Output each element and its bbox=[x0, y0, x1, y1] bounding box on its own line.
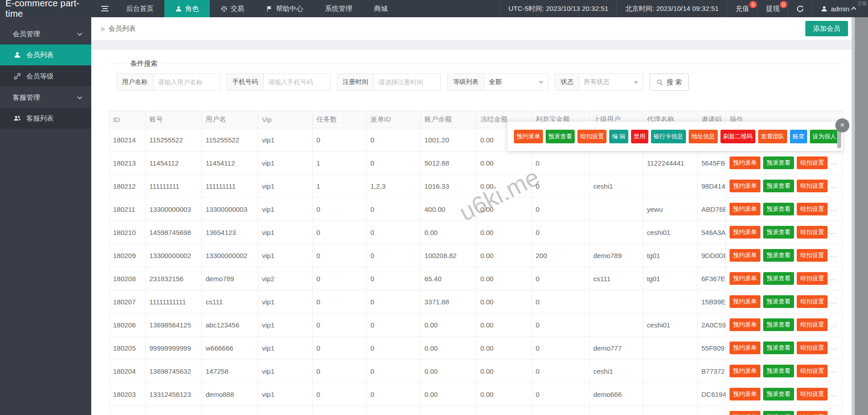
row-action-button[interactable]: 预派查看 bbox=[763, 249, 794, 262]
more-actions-button[interactable]: ... bbox=[830, 413, 837, 415]
recharge-link[interactable]: 充值 0 bbox=[727, 0, 757, 17]
row-action-button[interactable]: 预派查看 bbox=[763, 318, 794, 331]
nav-item-5[interactable]: 商城 bbox=[363, 0, 399, 17]
more-actions-button[interactable]: ... bbox=[830, 344, 837, 351]
sidebar-group-label: 客服管理 bbox=[13, 93, 40, 102]
more-actions-button[interactable]: ... bbox=[830, 251, 837, 259]
row-action-button[interactable]: 暗扣设置 bbox=[797, 388, 828, 400]
nav-item-label: 后台首页 bbox=[126, 5, 153, 13]
row-action-button[interactable]: 预约派单 bbox=[730, 342, 760, 354]
more-actions-button[interactable]: ... bbox=[830, 390, 837, 397]
row-action-button[interactable]: 预派查看 bbox=[763, 272, 794, 285]
filter-input-1[interactable] bbox=[263, 73, 330, 91]
row-action-button[interactable]: 预约派单 bbox=[730, 203, 760, 215]
search-button[interactable]: 搜 索 bbox=[650, 73, 689, 91]
member-table-wrap: ID账号用户名Vip任务数派单ID账户余额冻结金额利息宝金额上级用户代理名称邀请… bbox=[109, 111, 842, 415]
row-action-button[interactable]: 预派查看 bbox=[763, 295, 794, 308]
row-action-button[interactable]: 预约派单 bbox=[730, 295, 760, 308]
row-action-button[interactable]: 预约派单 bbox=[730, 226, 760, 239]
more-actions-button[interactable]: ... bbox=[830, 205, 837, 212]
cell-interest: 0 bbox=[532, 406, 590, 415]
popup-action-button[interactable]: 银行卡信息 bbox=[651, 130, 686, 143]
more-actions-button[interactable]: ... bbox=[830, 298, 837, 305]
more-actions-button[interactable]: ... bbox=[830, 274, 837, 282]
add-member-button[interactable]: 添加会员 bbox=[805, 21, 848, 36]
row-action-button[interactable]: 预约派单 bbox=[730, 156, 760, 169]
cell-tasks: 0 bbox=[313, 313, 367, 337]
row-action-button[interactable]: 预派查看 bbox=[763, 203, 794, 215]
row-action-button[interactable]: 暗扣设置 bbox=[797, 180, 828, 192]
cell-agent: 1122244441 bbox=[643, 151, 698, 175]
popup-action-button[interactable]: 预派查看 bbox=[546, 130, 575, 143]
popup-action-button[interactable]: 禁用 bbox=[631, 130, 648, 143]
sidebar-item-0-1[interactable]: 会员等级 bbox=[0, 66, 91, 87]
close-icon[interactable]: × bbox=[835, 118, 849, 132]
row-action-button[interactable]: 预派查看 bbox=[763, 411, 794, 415]
nav-item-3[interactable]: 帮助中心 bbox=[255, 0, 314, 17]
filter-select-4[interactable]: 所有状态 bbox=[579, 73, 643, 91]
popup-action-button[interactable]: 刷新二维码 bbox=[720, 130, 755, 143]
filter-label: 注册时间 bbox=[337, 73, 374, 91]
filter-select-3[interactable]: 全部 bbox=[484, 73, 548, 91]
row-action-button[interactable]: 预约派单 bbox=[730, 249, 760, 262]
row-action-button[interactable]: 预约派单 bbox=[730, 365, 760, 377]
popup-action-button[interactable]: 账变 bbox=[790, 130, 807, 143]
row-action-button[interactable]: 暗扣设置 bbox=[797, 318, 828, 331]
row-action-button[interactable]: 预约派单 bbox=[730, 272, 760, 285]
filter-input-2[interactable] bbox=[374, 73, 441, 91]
row-action-button[interactable]: 暗扣设置 bbox=[797, 365, 828, 377]
row-action-button[interactable]: 预约派单 bbox=[730, 411, 760, 415]
more-actions-button[interactable]: ... bbox=[830, 182, 837, 189]
row-action-button[interactable]: 预派查看 bbox=[763, 365, 794, 377]
row-action-button[interactable]: 预派查看 bbox=[763, 180, 794, 192]
cell-actions: 预约派单预派查看暗扣设置... bbox=[726, 175, 843, 198]
nav-item-4[interactable]: 系统管理 bbox=[314, 0, 363, 17]
row-action-button[interactable]: 预派查看 bbox=[763, 156, 794, 169]
sidebar-group-0[interactable]: 会员管理 bbox=[0, 24, 91, 44]
cell-interest: 0 bbox=[532, 313, 590, 337]
popup-action-button[interactable]: 查看团队 bbox=[758, 130, 787, 143]
nav-item-0[interactable]: 后台首页 bbox=[115, 0, 164, 17]
table-row: 18020613698564125abc123456vip1000.000.00… bbox=[109, 313, 843, 337]
refresh-button[interactable] bbox=[788, 0, 812, 17]
nav-item-2[interactable]: 交易 bbox=[210, 0, 255, 17]
row-action-button[interactable]: 预约派单 bbox=[730, 388, 760, 400]
row-action-button[interactable]: 暗扣设置 bbox=[797, 342, 828, 354]
row-action-button[interactable]: 暗扣设置 bbox=[797, 156, 828, 169]
more-actions-button[interactable]: ... bbox=[830, 228, 837, 235]
row-action-button[interactable]: 暗扣设置 bbox=[797, 203, 828, 215]
row-action-button[interactable]: 暗扣设置 bbox=[797, 249, 828, 262]
row-action-button[interactable]: 预约派单 bbox=[730, 180, 760, 192]
sidebar-group-1[interactable]: 客服管理 bbox=[0, 87, 91, 108]
cell-balance: 0.00 bbox=[421, 337, 477, 360]
row-action-button[interactable]: 暗扣设置 bbox=[797, 295, 828, 308]
cell-actions: 预约派单预派查看暗扣设置... bbox=[726, 337, 843, 360]
popup-action-button[interactable]: 编 辑 bbox=[609, 130, 628, 143]
row-action-button[interactable]: 预派查看 bbox=[763, 388, 794, 400]
row-action-button[interactable]: 预约派单 bbox=[730, 318, 760, 331]
popup-action-button[interactable]: 暗扣设置 bbox=[577, 130, 607, 143]
popup-action-button[interactable]: 地址信息 bbox=[689, 130, 718, 143]
more-actions-button[interactable]: ... bbox=[830, 321, 837, 328]
hamburger-menu-icon[interactable] bbox=[94, 0, 115, 17]
row-action-button[interactable]: 暗扣设置 bbox=[797, 411, 828, 415]
more-actions-button[interactable]: ... bbox=[830, 367, 837, 374]
row-action-button[interactable]: 预派查看 bbox=[763, 226, 794, 239]
popup-action-button[interactable]: 预约派单 bbox=[514, 130, 543, 143]
row-action-button[interactable]: 预派查看 bbox=[763, 342, 794, 354]
cell-interest: 0 bbox=[532, 337, 590, 360]
sidebar-item-0-0[interactable]: 会员列表 bbox=[0, 44, 91, 66]
cell-balance: 1001.20 bbox=[421, 128, 477, 151]
sidebar-item-1-0[interactable]: 客服列表 bbox=[0, 108, 91, 129]
refresh-icon bbox=[796, 5, 804, 13]
row-action-button[interactable]: 暗扣设置 bbox=[797, 226, 828, 239]
popup-action-button[interactable]: 设为假人 bbox=[810, 130, 839, 143]
more-actions-button[interactable]: ... bbox=[830, 159, 837, 166]
page-scrollbar[interactable] bbox=[852, 17, 868, 415]
filter-input-0[interactable] bbox=[153, 73, 220, 91]
cell-actions: 预约派单预派查看暗扣设置... bbox=[726, 383, 843, 406]
row-action-button[interactable]: 暗扣设置 bbox=[797, 272, 828, 285]
withdraw-link[interactable]: 提现 0 bbox=[757, 0, 788, 17]
nav-item-1[interactable]: 角色 bbox=[164, 0, 210, 17]
cell-username: w666666 bbox=[202, 337, 258, 360]
